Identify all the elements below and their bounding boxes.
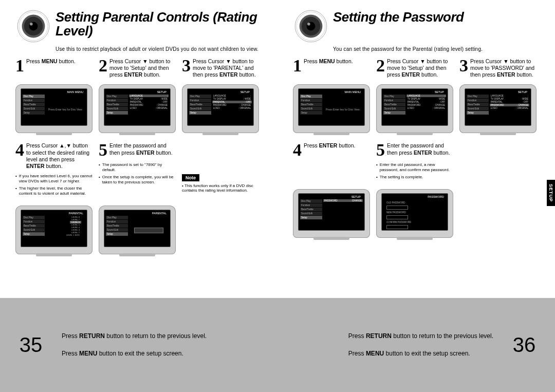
svg-point-5 <box>30 23 33 26</box>
page-title-left: Setting Parental Controls (Rating Level) <box>55 10 262 39</box>
footer-text-right: Press RETURN button to return to the pre… <box>348 328 493 362</box>
step-3-text: Press Cursor ▼ button to move to 'PASSWO… <box>470 58 536 78</box>
speaker-icon <box>15 8 51 44</box>
osd-menu: Disc PlayFunctionBass/TrebleSound EditSe… <box>383 95 405 124</box>
page-right: Setting the Password You can set the pas… <box>278 0 555 298</box>
osd-password-field <box>134 228 163 233</box>
step-2: 2Press Cursor ▼ button to move to 'Setup… <box>99 58 176 78</box>
osd-message: Press Enter key for Disc View. <box>326 108 360 111</box>
footer-line-menu: Press MENU button to exit the setup scre… <box>348 345 493 363</box>
tv-screenshot: SETUPDisc PlayFunctionBass/TrebleSound E… <box>99 84 176 133</box>
osd-menu: Disc PlayFunctionBass/TrebleSound EditSe… <box>23 95 45 124</box>
page-title-right: Setting the Password <box>333 10 464 24</box>
step-5-text: Enter the password and then press ENTER … <box>109 142 176 156</box>
step-4: 4Press ENTER button. <box>293 142 370 158</box>
manual-spread: Setting Parental Controls (Rating Level)… <box>0 0 555 392</box>
tv-screenshot: MAIN MENUDisc PlayFunctionBass/TrebleSou… <box>15 84 92 133</box>
osd-password-form: OLD PASSWORDNEW PASSWORDCONFIRM PASSWORD <box>383 199 446 231</box>
step-5-text: Enter the password and then press ENTER … <box>387 142 453 156</box>
step-1-text: Press MENU button. <box>304 58 353 65</box>
page-subtitle-right: You can set the password for the Parenta… <box>333 46 540 52</box>
step-5-notes: Enter the old password, a new password, … <box>376 162 453 180</box>
tv-row-1-r: MAIN MENUDisc PlayFunctionBass/TrebleSou… <box>293 84 540 133</box>
step-5-notes: The password is set to "7890" by default… <box>99 162 176 185</box>
step-1: 1Press MENU button. <box>293 58 370 78</box>
step-2-text: Press Cursor ▼ button to move to 'Setup'… <box>387 58 453 78</box>
tv-screenshot: PARENTALDisc PlayFunctionBass/TrebleSoun… <box>15 206 92 254</box>
step-3: 3Press Cursor ▼ button to move to 'PASSW… <box>459 58 536 78</box>
page-left: Setting Parental Controls (Rating Level)… <box>0 0 278 298</box>
speaker-icon <box>293 8 329 44</box>
osd-menu: Disc PlayFunctionBass/TrebleSound EditSe… <box>23 216 45 245</box>
osd-title: SETUP <box>383 90 446 94</box>
step-4-notes: If you have selected Level 6, you cannot… <box>15 174 92 197</box>
tv-screenshot: PASSWORDOLD PASSWORDNEW PASSWORDCONFIRM … <box>376 189 453 238</box>
steps-row-2-r: 4Press ENTER button. 5Enter the password… <box>293 142 540 184</box>
osd-message: Press Enter key for Disc View. <box>48 108 83 111</box>
osd-menu: Disc PlayFunctionBass/TrebleSound EditSe… <box>467 95 489 124</box>
osd-title: SETUP <box>189 90 252 94</box>
footer-line-menu: Press MENU button to exit the setup scre… <box>62 345 207 363</box>
content-area: Setting Parental Controls (Rating Level)… <box>0 0 555 298</box>
step-4-text: Press ENTER button. <box>304 142 355 149</box>
osd-title: MAIN MENU <box>300 90 363 94</box>
tv-row-2-r: SETUPDisc PlayFunctionBass/TrebleSound E… <box>293 189 540 238</box>
osd-title: PASSWORD <box>383 195 446 198</box>
tv-screenshot: SETUPDisc PlayFunctionBass/TrebleSound E… <box>459 84 536 133</box>
step-5: 5Enter the password and then press ENTER… <box>376 142 453 158</box>
note-text: This function works only if a DVD disc c… <box>182 183 259 193</box>
osd-setup-list: LANGUAGE: TV DISPLAY: WIDEPARENTAL: OFFP… <box>212 95 252 124</box>
step-2: 2Press Cursor ▼ button to move to 'Setup… <box>376 58 453 78</box>
step-3: 3Press Cursor ▼ button to move to 'PAREN… <box>182 58 259 78</box>
footer-bar: 35 Press RETURN button to return to the … <box>0 298 555 392</box>
tv-screenshot: SETUPDisc PlayFunctionBass/TrebleSound E… <box>376 84 453 133</box>
step-1-text: Press MENU button. <box>26 58 76 65</box>
step-3-text: Press Cursor ▼ button to move to 'PARENT… <box>193 58 259 78</box>
osd-title: SETUP <box>467 90 529 94</box>
osd-menu: Disc PlayFunctionBass/TrebleSound EditSe… <box>300 95 322 124</box>
footer-text-left: Press RETURN button to return to the pre… <box>62 328 207 362</box>
steps-row-1: 1Press MENU button. 2Press Cursor ▼ butt… <box>15 58 262 78</box>
osd-levels: LEVEL 8LEVEL 7LEVEL 6LEVEL 5LEVEL 4LEVEL… <box>46 216 85 245</box>
page-subtitle-left: Use this to restrict playback of adult o… <box>55 46 262 52</box>
tv-row-2: PARENTALDisc PlayFunctionBass/TrebleSoun… <box>15 206 262 254</box>
osd-title: SETUP <box>106 90 169 94</box>
step-2-text: Press Cursor ▼ button to move to 'Setup'… <box>109 58 176 78</box>
osd-menu: Disc PlayFunctionBass/TrebleSound EditSe… <box>189 95 211 124</box>
page-number-left: 35 <box>0 333 62 357</box>
steps-row-2: 4Press Cursor ▲,▼ button to select the d… <box>15 142 262 200</box>
osd-setup-list: LANGUAGE: TV DISPLAY: WIDEPARENTAL: OFFP… <box>129 95 169 124</box>
footer-left: 35 Press RETURN button to return to the … <box>0 298 278 392</box>
footer-line-return: Press RETURN button to return to the pre… <box>62 328 207 345</box>
tv-row-1: MAIN MENUDisc PlayFunctionBass/TrebleSou… <box>15 84 262 133</box>
step-1: 1Press MENU button. <box>15 58 92 78</box>
osd-title: SETUP <box>300 195 363 198</box>
steps-row-1-r: 1Press MENU button. 2Press Cursor ▼ butt… <box>293 58 540 78</box>
osd-title: PARENTAL <box>23 212 85 215</box>
osd-menu: Disc PlayFunctionBass/TrebleSound EditSe… <box>300 199 322 229</box>
step-4-text: Press Cursor ▲,▼ button to select the de… <box>26 142 92 170</box>
header-right: Setting the Password <box>293 10 540 44</box>
osd-setup-list: LANGUAGE: TV DISPLAY: WIDEPARENTAL: OFFP… <box>490 95 529 124</box>
osd-menu: Disc PlayFunctionBass/TrebleSound EditSe… <box>106 216 128 245</box>
step-4: 4Press Cursor ▲,▼ button to select the d… <box>15 142 92 170</box>
svg-point-11 <box>307 23 310 26</box>
osd-title: PARENTAL <box>106 212 169 215</box>
page-number-right: 36 <box>493 333 555 357</box>
tv-screenshot: SETUPDisc PlayFunctionBass/TrebleSound E… <box>182 84 259 133</box>
step-5: 5Enter the password and then press ENTER… <box>99 142 176 158</box>
tv-screenshot: SETUPDisc PlayFunctionBass/TrebleSound E… <box>293 189 370 238</box>
tv-screenshot: PARENTALDisc PlayFunctionBass/TrebleSoun… <box>99 206 176 254</box>
side-tab-setup: SETUP <box>547 180 555 206</box>
header-left: Setting Parental Controls (Rating Level) <box>15 10 262 44</box>
osd-setup-list: LANGUAGE: TV DISPLAY: WIDEPARENTAL: OFFP… <box>406 95 446 124</box>
osd-title: MAIN MENU <box>23 90 85 94</box>
osd-menu: Disc PlayFunctionBass/TrebleSound EditSe… <box>106 95 128 124</box>
footer-right: Press RETURN button to return to the pre… <box>278 298 555 392</box>
footer-line-return: Press RETURN button to return to the pre… <box>348 328 493 345</box>
tv-screenshot: MAIN MENUDisc PlayFunctionBass/TrebleSou… <box>293 84 370 133</box>
note-label: Note <box>182 174 199 181</box>
